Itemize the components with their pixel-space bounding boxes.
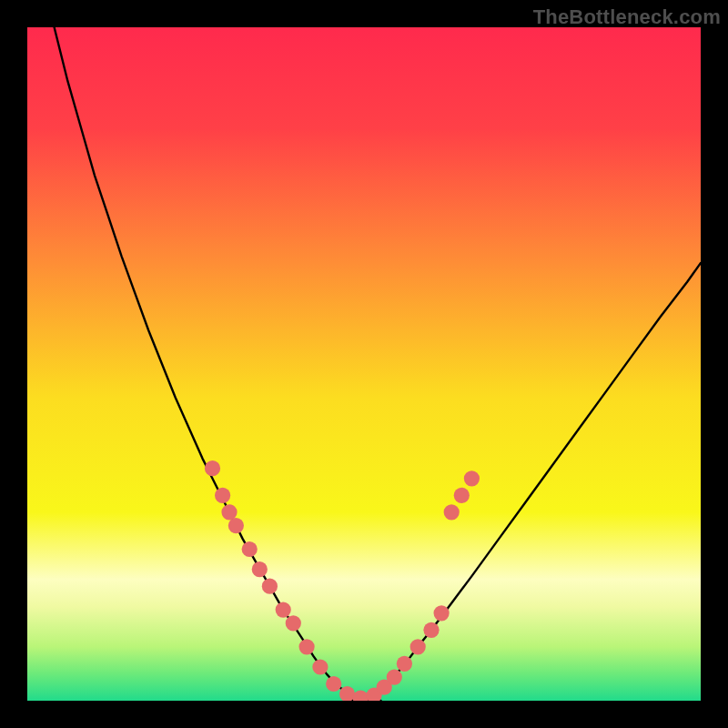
data-marker [444, 504, 460, 520]
data-marker [454, 488, 470, 503]
watermark-text: TheBottleneck.com [533, 5, 721, 29]
data-marker [262, 579, 278, 594]
data-marker [410, 639, 426, 654]
bottleneck-chart [27, 27, 701, 701]
data-marker [242, 541, 258, 557]
data-marker [464, 470, 480, 486]
data-marker [276, 602, 291, 618]
data-marker [326, 676, 341, 692]
data-marker [215, 488, 230, 503]
data-marker [228, 518, 244, 533]
chart-area [27, 27, 701, 701]
data-marker [397, 656, 412, 672]
data-marker [252, 561, 268, 577]
data-marker [312, 659, 328, 674]
plot-background [27, 27, 701, 701]
data-marker [387, 670, 402, 685]
data-marker [205, 460, 220, 476]
data-marker [286, 615, 301, 631]
data-marker [423, 622, 439, 638]
data-marker [434, 605, 450, 621]
data-marker [221, 504, 237, 520]
data-marker [299, 639, 315, 654]
